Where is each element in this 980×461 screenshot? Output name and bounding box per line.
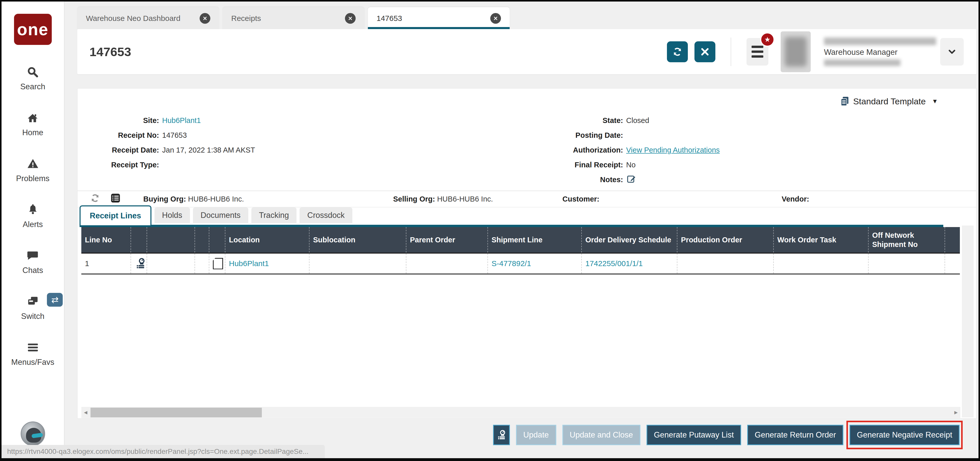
update-and-close-button[interactable]: Update and Close [562, 425, 640, 445]
col-sublocation[interactable]: Sublocation [310, 227, 406, 252]
cell-blank [147, 254, 195, 273]
user-avatar-bottom[interactable] [21, 421, 45, 446]
col-location[interactable]: Location [225, 227, 310, 252]
receipt-date-value: Jan 17, 2022 1:38 AM AKST [162, 146, 255, 154]
sidebar-item-label: Problems [16, 174, 49, 183]
update-button[interactable]: Update [516, 425, 556, 445]
table-header: Line No Location Sublocation Parent Orde… [81, 227, 960, 254]
avatar-blur [785, 37, 807, 67]
notifications-menu-button[interactable]: ★ [746, 38, 768, 65]
user-menu-dropdown[interactable] [940, 38, 964, 65]
scale-gauge-button[interactable] [493, 425, 510, 445]
refresh-button[interactable] [667, 41, 688, 62]
row-checkbox-cell [209, 254, 225, 273]
customer: Customer: [562, 195, 599, 203]
col-blank-1 [131, 227, 147, 252]
one-logo-text: one [17, 21, 48, 38]
vertical-scrollbar[interactable] [962, 225, 974, 417]
sidebar-item-label: Menus/Favs [11, 358, 54, 367]
generate-negative-receipt-button[interactable]: Generate Negative Receipt [850, 425, 959, 445]
generate-putaway-list-button[interactable]: Generate Putaway List [646, 425, 741, 445]
hamburger-icon [26, 341, 40, 355]
col-parent-order[interactable]: Parent Order [406, 227, 488, 252]
state-value: Closed [626, 116, 649, 125]
subtab-documents[interactable]: Documents [193, 207, 248, 223]
final-receipt-value: No [626, 161, 636, 169]
sidebar-item-search[interactable]: Search [20, 65, 45, 91]
generate-return-order-button[interactable]: Generate Return Order [747, 425, 843, 445]
template-selector[interactable]: Standard Template ▼ [839, 96, 938, 107]
tab-147653[interactable]: 147653 [368, 7, 510, 30]
sidebar-item-label: Home [22, 128, 43, 137]
chevron-down-icon [947, 47, 957, 57]
close-panel-button[interactable] [694, 41, 715, 62]
tab-label: Warehouse Neo Dashboard [86, 14, 180, 23]
site-label: Site: [80, 116, 159, 125]
receipt-detail-panel: Standard Template ▼ Site:Hub6Plant1 Rece… [77, 88, 977, 419]
user-org-redacted [824, 59, 900, 66]
col-off-network-shipment-no[interactable]: Off Network Shipment No [869, 227, 945, 252]
site-link[interactable]: Hub6Plant1 [162, 116, 201, 124]
subtab-crossdock[interactable]: Crossdock [299, 207, 352, 223]
order-delivery-schedule-link[interactable]: 1742255/001/1/1 [585, 259, 643, 268]
final-receipt-label: Final Receipt: [501, 161, 623, 169]
subtab-tracking[interactable]: Tracking [251, 207, 297, 223]
row-checkbox[interactable] [213, 258, 223, 270]
selling-org: Selling Org: HUB6-HUB6 Inc. [393, 195, 493, 203]
sidebar-item-chats[interactable]: Chats [22, 249, 43, 275]
receipt-lines-table: Line No Location Sublocation Parent Orde… [81, 227, 960, 274]
cell-blank [195, 254, 209, 273]
sidebar-item-label: Alerts [23, 220, 43, 229]
horizontal-scrollbar[interactable]: ◄ ► [81, 407, 960, 418]
state-label: State: [501, 116, 623, 125]
table-row[interactable]: 1 Hub6Plant1 S-477892/1 1742255/001/1/1 [81, 254, 960, 274]
posting-date-label: Posting Date: [501, 131, 623, 140]
cell-parent-order [406, 254, 488, 273]
receipt-no-label: Receipt No: [80, 131, 159, 140]
view-pending-authorizations-link[interactable]: View Pending Authorizations [626, 146, 720, 154]
page-title: 147653 [89, 45, 131, 59]
tab-warehouse-neo-dashboard[interactable]: Warehouse Neo Dashboard [77, 7, 219, 30]
sidebar-item-problems[interactable]: Problems [16, 157, 49, 183]
scale-gauge-icon[interactable] [131, 254, 147, 273]
user-avatar[interactable] [781, 31, 811, 72]
cell-shipment-line: S-477892/1 [488, 254, 582, 273]
sidebar-item-alerts[interactable]: Alerts [23, 203, 43, 229]
close-icon[interactable] [345, 13, 356, 24]
user-role: Warehouse Manager [824, 48, 934, 57]
col-production-order[interactable]: Production Order [678, 227, 774, 252]
scale-gauge-icon [496, 430, 507, 440]
notes-edit-icon[interactable] [626, 174, 636, 186]
subtab-receipt-lines[interactable]: Receipt Lines [80, 205, 151, 225]
switch-cards-icon [26, 295, 40, 309]
scroll-left-arrow[interactable]: ◄ [81, 409, 90, 416]
divider [731, 38, 731, 66]
notes-label: Notes: [501, 175, 623, 184]
status-url: https://rtvn4000-qa3.elogex.com/oms/publ… [7, 447, 309, 456]
subtab-holds[interactable]: Holds [154, 207, 190, 223]
sidebar-item-home[interactable]: Home [22, 111, 43, 137]
one-logo[interactable]: one [14, 14, 52, 45]
close-icon[interactable] [200, 13, 210, 24]
scroll-right-arrow[interactable]: ► [952, 409, 960, 416]
refresh-grid-icon[interactable] [90, 193, 100, 205]
detail-subtabs: Receipt Lines Holds Documents Tracking C… [80, 207, 352, 225]
switch-badge-icon[interactable]: ⇄ [47, 293, 63, 307]
tab-receipts[interactable]: Receipts [223, 7, 364, 30]
col-order-delivery-schedule[interactable]: Order Delivery Schedule [582, 227, 678, 252]
col-blank-4 [209, 227, 225, 252]
col-shipment-line[interactable]: Shipment Line [488, 227, 582, 252]
close-icon[interactable] [490, 13, 501, 24]
sidebar-item-label: Chats [22, 266, 43, 275]
refresh-icon [672, 46, 683, 57]
col-line-no[interactable]: Line No [81, 227, 131, 252]
shipment-line-link[interactable]: S-477892/1 [492, 259, 531, 268]
sidebar-item-menus-favs[interactable]: Menus/Favs [11, 341, 54, 367]
list-view-icon[interactable] [110, 192, 121, 206]
location-link[interactable]: Hub6Plant1 [229, 259, 269, 268]
tab-label: 147653 [377, 14, 402, 23]
scrollbar-thumb[interactable] [91, 408, 262, 417]
sidebar-item-switch[interactable]: Switch ⇄ [21, 295, 45, 321]
col-work-order-task[interactable]: Work Order Task [774, 227, 869, 252]
org-summary-row: Buying Org: HUB6-HUB6 Inc. Selling Org: … [78, 191, 976, 207]
